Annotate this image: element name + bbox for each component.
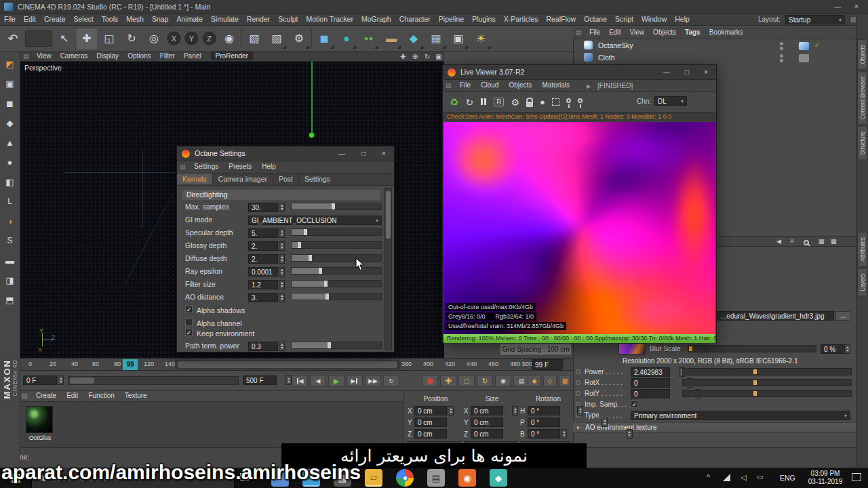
viewport-menu-prorender[interactable]: ProRender [211,52,253,60]
keyframe-interpolation-button[interactable]: ◇ [543,375,557,387]
rotate-tool-icon[interactable]: ↻ [121,28,142,49]
visibility-dots-icon[interactable] [780,54,783,62]
record-scale-button[interactable]: ▢ [458,375,475,387]
autokey-button[interactable]: ▦ [559,375,571,387]
tab-settings[interactable]: Settings [299,174,336,184]
dock-tab-layers[interactable]: Layers [857,268,867,297]
path-term-power-slider[interactable] [291,342,382,349]
glossy-depth-field[interactable]: 2. [248,241,278,251]
timeline-scrollbar[interactable] [175,360,400,369]
menu-motion-tracker[interactable]: Motion Tracker [302,14,357,24]
picker-region-icon[interactable] [552,98,559,106]
specular-depth-slider[interactable] [291,228,382,236]
material-thumbnail[interactable] [26,406,53,433]
menu-animate[interactable]: Animate [172,14,207,24]
dock-tab-objects[interactable]: Objects [857,39,867,70]
menu-help[interactable]: Help [671,14,694,24]
left-toolbar-icon[interactable]: ▣ [2,75,18,92]
left-toolbar-icon[interactable]: S [2,232,18,249]
object-name[interactable]: OctaneSky [598,41,633,49]
live-viewer-titlebar[interactable]: Live Viewer 3.07-R2 — □ × [443,65,716,80]
frame-range-slider[interactable] [68,376,239,385]
material-menu-edit[interactable]: Edit [62,391,82,400]
roty-slider[interactable] [682,390,852,397]
roty-field[interactable]: 0 [631,389,670,399]
om-menu-view[interactable]: View [627,27,648,37]
viewport-pan-icon[interactable]: ✚ [400,53,406,60]
play-button[interactable]: ▶ [328,375,344,387]
timeline-playhead[interactable]: 99 [123,359,138,370]
lv-menu-materials[interactable]: Materials [538,80,574,90]
current-frame-field[interactable]: 99 F [532,359,563,370]
spinner[interactable] [279,228,285,238]
spinner[interactable] [448,406,454,415]
dock-tab-structure[interactable]: Structure [857,126,867,161]
spinner[interactable] [561,429,567,439]
left-toolbar-icon[interactable]: ● [2,154,18,170]
taskbar-app-icon[interactable]: ◆ [490,469,507,487]
viewport-menu-display[interactable]: Display [93,52,122,60]
left-toolbar-icon[interactable]: ▲ [2,134,18,150]
lock-y-axis-button[interactable]: Y [184,30,199,46]
left-toolbar-icon[interactable]: ◆ [2,115,18,131]
octane-settings-titlebar[interactable]: Octane Settings — □ × [177,146,394,161]
enabled-check-icon[interactable]: ✓ [814,41,820,49]
goto-end-button[interactable]: ▶▶ [365,375,381,387]
lv-menu-file[interactable]: File [456,80,475,90]
keyboard-icon[interactable]: ▭ [757,473,763,481]
spinner[interactable] [279,280,285,289]
type-dropdown[interactable]: Primary environment▾ [631,411,850,420]
primitive-object-button[interactable]: ◼◢ [314,28,334,49]
spline-point-handle[interactable] [309,132,315,138]
max-samples-field[interactable]: 30. [248,203,278,212]
attr-font-icon[interactable]: A [790,238,794,245]
blur-scale-slider[interactable] [688,345,816,352]
render-settings-button[interactable]: ⚙◢ [289,28,309,49]
material-name[interactable]: OctGlos [24,434,56,441]
array-object-button[interactable]: ▦◢ [426,28,446,49]
start-frame-field[interactable]: 0 F [23,375,57,385]
left-toolbar-icon[interactable]: L [2,193,18,209]
filter-size-slider[interactable] [291,280,382,287]
ray-epsilon-field[interactable]: 0.0001 [248,267,278,277]
scrollbar[interactable] [384,188,392,350]
maximize-button[interactable]: □ [359,149,368,158]
object-row-octanesky[interactable]: OctaneSky ✓ [573,41,856,52]
record-parameter-button[interactable]: ◉ [495,375,511,387]
material-menu-function[interactable]: Function [84,391,118,400]
material-menu-create[interactable]: Create [32,391,60,400]
end-frame-field[interactable]: 500 F [243,375,277,385]
window-close-button[interactable]: × [852,2,861,11]
range-slider-handle[interactable] [70,378,94,384]
ray-epsilon-slider[interactable] [291,267,382,274]
filter-size-field[interactable]: 1.2 [248,280,278,289]
spinner[interactable] [58,375,64,385]
power-slider[interactable] [682,368,852,375]
alpha-channel-checkbox[interactable] [185,319,193,326]
material-menu-texture[interactable]: Texture [121,391,151,400]
dock-tab-attributes[interactable]: Attributes [857,232,867,267]
spinner[interactable] [601,418,608,427]
restart-render-icon[interactable]: ↻ [465,97,473,108]
diffuse-depth-field[interactable]: 2. [248,254,278,264]
scale-tool-icon[interactable]: ◱ [99,28,119,49]
ao-distance-field[interactable]: 3. [248,293,278,302]
panel-grip-icon[interactable]: ▤ [576,29,583,36]
imp-samp-checkbox[interactable]: ✓ [631,401,638,408]
rotx-field[interactable]: 0 [631,378,670,388]
left-toolbar-icon[interactable]: ◧ [2,174,18,190]
lock-x-axis-button[interactable]: X [166,30,182,46]
light-pin-icon[interactable] [566,98,571,103]
select-tool-icon[interactable]: ↖ [54,28,75,49]
menu-overflow-arrow-icon[interactable]: ▶ [587,83,591,89]
lock-resolution-icon[interactable] [526,102,533,107]
visibility-dots-icon[interactable] [780,42,783,50]
render-view-button[interactable]: ▧ [244,28,264,49]
texture-thumbnail[interactable] [618,343,646,354]
anim-dot-icon[interactable] [576,391,580,396]
maximize-button[interactable]: □ [682,68,692,77]
light-object-button[interactable]: ☀◢ [471,28,491,49]
spline-object[interactable] [311,62,313,135]
max-samples-slider[interactable] [291,203,382,210]
spinner[interactable] [279,293,285,302]
